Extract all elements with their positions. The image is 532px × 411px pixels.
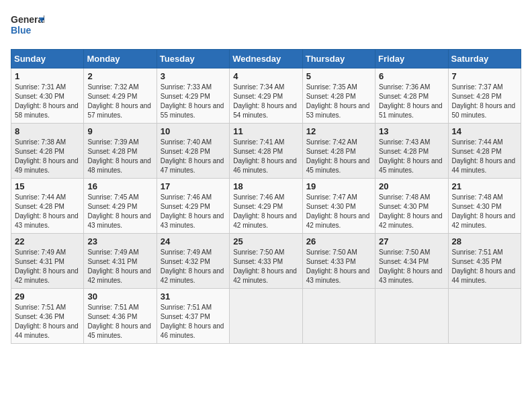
day-info: Sunrise: 7:40 AMSunset: 4:28 PMDaylight:… [161,138,224,174]
day-number: 31 [161,291,226,302]
day-number: 17 [161,181,226,191]
calendar-cell: 2 Sunrise: 7:32 AMSunset: 4:29 PMDayligh… [84,68,157,124]
day-number: 16 [87,181,152,191]
day-info: Sunrise: 7:50 AMSunset: 4:33 PMDaylight:… [233,248,297,284]
day-number: 13 [379,126,444,136]
day-info: Sunrise: 7:45 AMSunset: 4:29 PMDaylight:… [87,193,151,229]
day-info: Sunrise: 7:38 AMSunset: 4:28 PMDaylight:… [15,138,79,174]
calendar-cell: 11 Sunrise: 7:41 AMSunset: 4:28 PMDaylig… [230,124,302,179]
calendar-cell: 18 Sunrise: 7:46 AMSunset: 4:29 PMDaylig… [230,179,302,234]
calendar-cell: 26 Sunrise: 7:50 AMSunset: 4:33 PMDaylig… [302,234,375,289]
day-info: Sunrise: 7:50 AMSunset: 4:33 PMDaylight:… [306,248,370,284]
calendar-cell: 29 Sunrise: 7:51 AMSunset: 4:36 PMDaylig… [11,289,84,344]
calendar-cell: 8 Sunrise: 7:38 AMSunset: 4:28 PMDayligh… [11,124,84,179]
day-info: Sunrise: 7:51 AMSunset: 4:35 PMDaylight:… [452,248,516,284]
day-number: 9 [87,126,152,136]
calendar-cell [302,289,375,344]
day-info: Sunrise: 7:48 AMSunset: 4:30 PMDaylight:… [452,193,516,229]
day-number: 25 [233,236,298,246]
calendar-cell: 1 Sunrise: 7:31 AMSunset: 4:30 PMDayligh… [11,68,84,124]
day-info: Sunrise: 7:43 AMSunset: 4:28 PMDaylight:… [379,138,443,174]
day-number: 14 [452,126,517,136]
svg-text:Blue: Blue [11,25,32,36]
day-info: Sunrise: 7:32 AMSunset: 4:29 PMDaylight:… [87,83,151,119]
calendar-cell: 4 Sunrise: 7:34 AMSunset: 4:29 PMDayligh… [230,68,302,124]
calendar-cell: 21 Sunrise: 7:48 AMSunset: 4:30 PMDaylig… [448,179,521,234]
day-number: 11 [233,126,298,136]
day-number: 1 [15,71,80,81]
weekday-header-friday: Friday [375,50,448,68]
day-number: 3 [161,71,226,81]
calendar-cell: 16 Sunrise: 7:45 AMSunset: 4:29 PMDaylig… [84,179,157,234]
day-info: Sunrise: 7:47 AMSunset: 4:30 PMDaylight:… [306,193,370,229]
calendar-cell: 30 Sunrise: 7:51 AMSunset: 4:36 PMDaylig… [84,289,157,344]
weekday-header-tuesday: Tuesday [157,50,229,68]
day-info: Sunrise: 7:42 AMSunset: 4:28 PMDaylight:… [306,138,370,174]
calendar-cell: 7 Sunrise: 7:37 AMSunset: 4:28 PMDayligh… [448,68,521,124]
day-number: 20 [379,181,444,191]
calendar-cell: 27 Sunrise: 7:50 AMSunset: 4:34 PMDaylig… [375,234,448,289]
calendar-week-row: 8 Sunrise: 7:38 AMSunset: 4:28 PMDayligh… [11,124,521,179]
day-info: Sunrise: 7:44 AMSunset: 4:28 PMDaylight:… [15,193,79,229]
day-info: Sunrise: 7:46 AMSunset: 4:29 PMDaylight:… [233,193,297,229]
day-number: 22 [15,236,80,246]
day-info: Sunrise: 7:35 AMSunset: 4:28 PMDaylight:… [306,83,370,119]
day-number: 5 [306,71,371,81]
day-number: 15 [15,181,80,191]
day-info: Sunrise: 7:37 AMSunset: 4:28 PMDaylight:… [452,83,516,119]
calendar-cell: 3 Sunrise: 7:33 AMSunset: 4:29 PMDayligh… [157,68,229,124]
calendar-cell: 12 Sunrise: 7:42 AMSunset: 4:28 PMDaylig… [302,124,375,179]
calendar-cell: 5 Sunrise: 7:35 AMSunset: 4:28 PMDayligh… [302,68,375,124]
day-info: Sunrise: 7:33 AMSunset: 4:29 PMDaylight:… [161,83,224,119]
calendar-table: SundayMondayTuesdayWednesdayThursdayFrid… [11,49,521,344]
svg-text:General: General [11,14,44,25]
weekday-header-saturday: Saturday [448,50,521,68]
calendar-week-row: 29 Sunrise: 7:51 AMSunset: 4:36 PMDaylig… [11,289,521,344]
calendar-cell [448,289,521,344]
calendar-cell: 22 Sunrise: 7:49 AMSunset: 4:31 PMDaylig… [11,234,84,289]
calendar-cell: 15 Sunrise: 7:44 AMSunset: 4:28 PMDaylig… [11,179,84,234]
day-number: 6 [379,71,444,81]
calendar-cell: 6 Sunrise: 7:36 AMSunset: 4:28 PMDayligh… [375,68,448,124]
page-header: General Blue [11,11,521,41]
day-info: Sunrise: 7:51 AMSunset: 4:36 PMDaylight:… [87,304,151,339]
day-number: 12 [306,126,371,136]
day-number: 27 [379,236,444,246]
day-number: 4 [233,71,298,81]
day-number: 24 [161,236,226,246]
day-info: Sunrise: 7:46 AMSunset: 4:29 PMDaylight:… [161,193,224,229]
day-number: 7 [452,71,517,81]
day-info: Sunrise: 7:50 AMSunset: 4:34 PMDaylight:… [379,248,443,284]
day-info: Sunrise: 7:51 AMSunset: 4:37 PMDaylight:… [161,304,224,339]
calendar-cell: 9 Sunrise: 7:39 AMSunset: 4:28 PMDayligh… [84,124,157,179]
day-info: Sunrise: 7:44 AMSunset: 4:28 PMDaylight:… [452,138,516,174]
calendar-cell: 28 Sunrise: 7:51 AMSunset: 4:35 PMDaylig… [448,234,521,289]
day-number: 18 [233,181,298,191]
calendar-cell: 17 Sunrise: 7:46 AMSunset: 4:29 PMDaylig… [157,179,229,234]
day-info: Sunrise: 7:34 AMSunset: 4:29 PMDaylight:… [233,83,297,119]
calendar-cell: 20 Sunrise: 7:48 AMSunset: 4:30 PMDaylig… [375,179,448,234]
calendar-cell: 14 Sunrise: 7:44 AMSunset: 4:28 PMDaylig… [448,124,521,179]
calendar-cell: 23 Sunrise: 7:49 AMSunset: 4:31 PMDaylig… [84,234,157,289]
day-number: 2 [87,71,152,81]
calendar-week-row: 15 Sunrise: 7:44 AMSunset: 4:28 PMDaylig… [11,179,521,234]
weekday-header-sunday: Sunday [11,50,84,68]
day-info: Sunrise: 7:48 AMSunset: 4:30 PMDaylight:… [379,193,443,229]
day-number: 10 [161,126,226,136]
calendar-cell [230,289,302,344]
weekday-header-thursday: Thursday [302,50,375,68]
day-info: Sunrise: 7:31 AMSunset: 4:30 PMDaylight:… [15,83,79,119]
day-info: Sunrise: 7:36 AMSunset: 4:28 PMDaylight:… [379,83,443,119]
calendar-cell: 31 Sunrise: 7:51 AMSunset: 4:37 PMDaylig… [157,289,229,344]
logo: General Blue [11,11,44,41]
calendar-cell: 19 Sunrise: 7:47 AMSunset: 4:30 PMDaylig… [302,179,375,234]
calendar-cell: 10 Sunrise: 7:40 AMSunset: 4:28 PMDaylig… [157,124,229,179]
day-info: Sunrise: 7:49 AMSunset: 4:31 PMDaylight:… [15,248,79,284]
day-number: 23 [87,236,152,246]
calendar-header-row: SundayMondayTuesdayWednesdayThursdayFrid… [11,50,521,68]
day-number: 30 [87,291,152,302]
day-info: Sunrise: 7:49 AMSunset: 4:31 PMDaylight:… [87,248,151,284]
day-info: Sunrise: 7:49 AMSunset: 4:32 PMDaylight:… [161,248,224,284]
day-number: 28 [452,236,517,246]
calendar-week-row: 22 Sunrise: 7:49 AMSunset: 4:31 PMDaylig… [11,234,521,289]
